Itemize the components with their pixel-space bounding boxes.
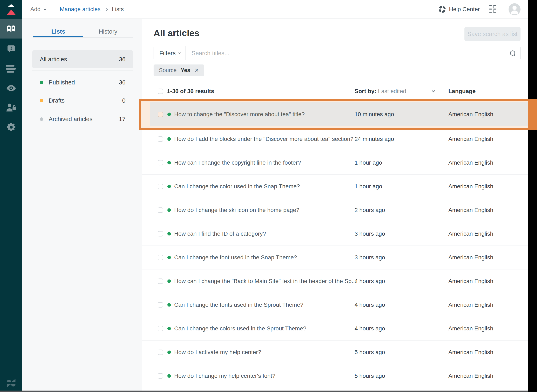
row-checkbox[interactable] [158, 112, 163, 117]
table-row[interactable]: How can I change the "Back to Main Site"… [142, 269, 528, 293]
magnifier-icon [510, 51, 515, 56]
published-dot-icon [40, 81, 43, 84]
archived-dot-icon [40, 117, 43, 121]
filters-label: Filters [159, 50, 176, 57]
guide-logo[interactable] [0, 0, 22, 19]
article-title[interactable]: How do I change the ski icon on the home… [174, 207, 299, 213]
highlighted-table-row[interactable]: How to change the "Discover more about t… [150, 102, 528, 126]
row-checkbox[interactable] [158, 207, 163, 213]
results-count: 1-30 of 36 results [167, 88, 214, 94]
chip-field: Source [159, 67, 177, 74]
table-row[interactable]: How do I change my help center's font? 5… [142, 364, 528, 388]
row-checkbox[interactable] [158, 350, 163, 355]
published-status-dot [167, 303, 171, 307]
table-row[interactable]: Can I change the color used in the Snap … [142, 175, 528, 198]
filters-button[interactable]: Filters [154, 46, 186, 60]
row-checkbox[interactable] [158, 231, 163, 237]
row-checkbox[interactable] [158, 184, 163, 189]
search-button[interactable] [505, 46, 520, 60]
article-last-edited: 3 hours ago [355, 254, 385, 261]
lifesaver-icon [439, 6, 446, 13]
published-status-dot [167, 209, 171, 212]
row-checkbox[interactable] [158, 373, 163, 379]
article-language: American English [448, 136, 493, 142]
article-last-edited: 24 minutes ago [355, 136, 394, 142]
table-row[interactable]: Can I change the font used in the Snap T… [142, 246, 528, 269]
list-item-drafts[interactable]: Drafts 0 [32, 96, 133, 105]
table-row[interactable]: How can I find the ID of a category? 3 h… [142, 222, 528, 246]
sidebar-item-settings[interactable] [0, 117, 22, 137]
sidebar-item-articles[interactable] [0, 19, 22, 38]
list-item-archived-articles[interactable]: Archived articles 17 [32, 115, 133, 124]
article-last-edited: 4 hours ago [355, 302, 385, 308]
article-title[interactable]: Can I change the fonts used in the Sprou… [174, 302, 303, 308]
published-status-dot [167, 232, 171, 236]
sort-dropdown[interactable]: Sort by: Last edited [355, 88, 406, 94]
close-icon[interactable]: ✕ [194, 68, 199, 73]
help-center-button[interactable]: Help Center [439, 0, 480, 19]
article-last-edited: 4 hours ago [355, 278, 385, 285]
row-checkbox[interactable] [158, 160, 163, 165]
tab-history[interactable]: History [83, 26, 133, 37]
published-status-dot [167, 161, 171, 165]
row-checkbox[interactable] [158, 255, 163, 260]
row-checkbox[interactable] [158, 326, 163, 331]
filter-chip-source: Source Yes ✕ [154, 65, 204, 76]
search-input[interactable] [186, 46, 505, 60]
select-all-checkbox[interactable] [158, 89, 163, 94]
article-language: American English [448, 278, 493, 285]
article-rows: How do I add the blocks under the "Disco… [142, 127, 528, 388]
chevron-down-icon[interactable] [432, 89, 434, 93]
article-title[interactable]: Can I change the font used in the Snap T… [174, 254, 297, 261]
user-lock-icon [6, 103, 16, 112]
table-row[interactable]: Can I change the fonts used in the Sprou… [142, 293, 528, 317]
main-content: All articles Save search as list Filters… [142, 19, 528, 392]
row-checkbox[interactable] [158, 279, 163, 284]
save-search-as-list-button[interactable]: Save search as list [464, 27, 521, 41]
status-label: Drafts [49, 97, 65, 104]
avatar[interactable] [509, 3, 521, 15]
article-language: American English [448, 207, 493, 213]
screenshot-right-edge [528, 0, 537, 392]
published-status-dot [167, 280, 171, 283]
table-row[interactable]: How can I change the copyright line in t… [142, 151, 528, 175]
chevron-down-icon [178, 51, 181, 54]
article-last-edited: 1 hour ago [355, 159, 382, 166]
article-language: American English [448, 230, 493, 237]
tab-lists[interactable]: Lists [33, 26, 83, 37]
panel-divider [32, 70, 133, 70]
status-count: 36 [119, 79, 126, 86]
published-status-dot [167, 374, 171, 378]
article-title[interactable]: How to change the "Discover more about t… [174, 111, 305, 118]
add-button[interactable]: Add [30, 0, 46, 19]
article-title[interactable]: How do I add the blocks under the "Disco… [174, 136, 353, 142]
table-row[interactable]: Can I change the colors used in the Spro… [142, 317, 528, 341]
table-row[interactable]: How do I add the blocks under the "Disco… [142, 127, 528, 151]
article-title[interactable]: How can I change the copyright line in t… [174, 159, 301, 166]
article-title[interactable]: How can I change the "Back to Main Site"… [174, 278, 356, 285]
list-item-all-articles[interactable]: All articles 36 [32, 50, 133, 68]
article-title[interactable]: How do I change my help center's font? [174, 373, 275, 379]
table-row[interactable]: How do I change the ski icon on the home… [142, 198, 528, 222]
breadcrumb: Manage articles Lists [60, 0, 124, 19]
zendesk-logo-icon [0, 377, 22, 389]
row-checkbox[interactable] [158, 136, 163, 142]
sidebar-item-preview[interactable] [0, 78, 22, 98]
published-status-dot [167, 351, 171, 354]
list-item-published[interactable]: Published 36 [32, 78, 133, 87]
grid-icon[interactable] [489, 5, 497, 14]
language-column-header: Language [448, 88, 476, 94]
page-title: All articles [154, 28, 200, 38]
help-center-label: Help Center [449, 6, 480, 13]
sidebar-item-arrange-content[interactable] [0, 59, 22, 79]
sidebar-item-moderation[interactable] [0, 39, 22, 59]
row-checkbox[interactable] [158, 302, 163, 308]
table-row[interactable]: How do I activate my help center? 5 hour… [142, 341, 528, 364]
breadcrumb-manage-articles-link[interactable]: Manage articles [60, 6, 101, 13]
article-title[interactable]: Can I change the colors used in the Spro… [174, 325, 306, 332]
article-title[interactable]: How can I find the ID of a category? [174, 230, 266, 237]
sidebar-item-permissions[interactable] [0, 98, 22, 117]
article-title[interactable]: How do I activate my help center? [174, 349, 261, 355]
breadcrumb-current: Lists [112, 6, 124, 13]
article-title[interactable]: Can I change the color used in the Snap … [174, 183, 300, 190]
